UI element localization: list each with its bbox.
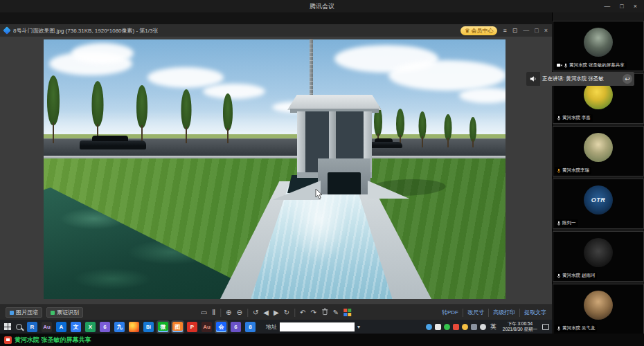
viewer-close-button[interactable]: ×: [544, 27, 548, 34]
notification-center-icon[interactable]: [542, 324, 549, 330]
pause-tool-icon[interactable]: Ⅱ: [212, 309, 215, 316]
taskbar-clock[interactable]: 下午 3:06:54 2021/8/30 星期一: [503, 321, 537, 332]
participant-tile-5[interactable]: 黄河水院 赵雨珂: [553, 231, 644, 282]
more-tools-grid-icon[interactable]: [343, 309, 351, 316]
tray-icon[interactable]: [426, 324, 432, 330]
tray-icon[interactable]: [453, 324, 459, 330]
cloud: [147, 67, 224, 88]
minimize-button[interactable]: —: [604, 3, 610, 10]
avatar: [584, 238, 613, 267]
tray-icon[interactable]: [444, 324, 450, 330]
viewer-toolbar: 图片压缩 票证识别 ▭ Ⅱ ⊕ ⊖ ↺ ◀ ▶ ↻ ↶ ↷: [0, 304, 552, 320]
tray-icon[interactable]: [471, 324, 477, 330]
mic-icon: [557, 326, 561, 331]
taskbar-app-tencent-meeting[interactable]: 会: [216, 322, 226, 332]
taskbar-app-p[interactable]: P: [187, 322, 197, 332]
rendered-image[interactable]: [44, 39, 506, 299]
rotate-right-icon[interactable]: ↻: [284, 309, 289, 316]
viewer-menu-icon[interactable]: ≡: [503, 27, 506, 34]
taskbar-search-icon[interactable]: [16, 324, 22, 330]
next-image-icon[interactable]: ▶: [274, 309, 279, 316]
start-button[interactable]: [4, 323, 11, 330]
participant-name-bar: 黄河水院 张圣敏的屏幕共享: [555, 62, 627, 69]
mast-pole: [310, 39, 313, 100]
taskbar-app-wechat[interactable]: 微: [158, 322, 168, 332]
avatar: OTR: [584, 185, 613, 215]
avatar: [584, 291, 613, 320]
tray-icon[interactable]: [435, 324, 441, 330]
display-tool-icon[interactable]: ▭: [201, 309, 207, 316]
taskbar-app-six[interactable]: 6: [231, 322, 241, 332]
system-tray: 英 下午 3:06:54 2021/8/30 星期一: [426, 321, 549, 332]
car-black-sedan: [80, 140, 146, 149]
participant-name-bar: 黄河水院李瑞: [555, 167, 591, 174]
participant-tile-6[interactable]: 黄河水院 吴弋龙: [553, 284, 644, 334]
gate-opening: [328, 172, 361, 194]
taskbar-app-purple[interactable]: 6: [100, 322, 110, 332]
participant-name-bar: 陈刘一: [555, 219, 578, 227]
ime-indicator[interactable]: 英: [489, 322, 498, 331]
viewer-canvas[interactable]: [0, 37, 552, 304]
undo-icon[interactable]: ↶: [300, 309, 305, 316]
viewer-title: 8号斗门面效果图.jpg (736.31KB, 1920*1080像素) - 第…: [13, 27, 158, 35]
taskbar-app-wps[interactable]: 文: [71, 322, 81, 332]
taskbar-app-jiu[interactable]: 九: [114, 322, 125, 332]
taskbar-app-firefox[interactable]: [129, 322, 139, 332]
participant-name: 黄河水院 吴弋龙: [562, 325, 595, 331]
screen-share-banner: 黄河水院 张圣敏的屏幕共享: [0, 334, 644, 346]
zoom-in-icon[interactable]: ⊕: [226, 309, 231, 316]
screen-share-text: 黄河水院 张圣敏的屏幕共享: [15, 336, 91, 345]
taskbar-app-eight[interactable]: 8: [245, 322, 256, 332]
resize-button[interactable]: 改尺寸: [467, 309, 484, 316]
taskbar-app-audition[interactable]: Au: [42, 322, 52, 332]
advanced-print-button[interactable]: 高级打印: [493, 309, 515, 316]
taskbar-app-r[interactable]: R: [27, 322, 37, 332]
previous-image-icon[interactable]: ◀: [263, 309, 269, 316]
extract-text-button[interactable]: 提取文字: [524, 309, 546, 316]
viewer-minimize-button[interactable]: —: [523, 27, 529, 34]
ticket-ocr-button[interactable]: 票证识别: [46, 307, 83, 318]
taskbar-app-a[interactable]: A: [56, 322, 66, 332]
taskbar-app-image-viewer[interactable]: 图: [172, 322, 183, 332]
participants-sidebar: 黄河水院 张圣敏的屏幕共享 黄河水院 李嘉 黄河水院李瑞 OTR 陈刘一: [552, 12, 644, 334]
tray-icon[interactable]: [462, 324, 468, 330]
mouse-cursor: [315, 189, 323, 202]
address-dropdown-icon[interactable]: ▾: [357, 324, 360, 330]
taskbar-app-au2[interactable]: Au: [202, 322, 212, 332]
participant-tile-1[interactable]: 黄河水院 张圣敏的屏幕共享: [553, 21, 644, 71]
convert-pdf-button[interactable]: 转PDF: [442, 309, 458, 316]
rotate-left-icon[interactable]: ↺: [253, 309, 258, 316]
zoom-out-icon[interactable]: ⊖: [237, 309, 242, 316]
edit-icon[interactable]: ✎: [333, 309, 339, 316]
maximize-button[interactable]: □: [620, 3, 623, 10]
participant-name: 黄河水院 赵雨珂: [562, 273, 595, 279]
redo-icon[interactable]: ↷: [310, 309, 316, 316]
participant-tile-3[interactable]: 黄河水院李瑞: [553, 126, 644, 176]
speaker-icon: [526, 72, 540, 86]
viewer-maximize-button[interactable]: □: [535, 27, 538, 34]
participant-name-bar: 黄河水院 赵雨珂: [555, 272, 597, 280]
participant-tile-4[interactable]: OTR 陈刘一: [553, 179, 644, 229]
camera-icon: [557, 63, 562, 68]
taskbar-app-bl[interactable]: Bl: [143, 322, 154, 332]
participant-name-bar: 黄河水院 吴弋龙: [555, 325, 597, 332]
taskbar-app-excel[interactable]: X: [85, 322, 96, 332]
ocr-icon: [51, 311, 55, 315]
address-input[interactable]: [280, 322, 355, 331]
screen: 腾讯会议 — □ × 8号斗门面效果图.jpg (736.31KB, 1920*…: [0, 0, 644, 346]
mic-icon: [557, 221, 561, 226]
clock-time: 下午 3:06:54: [503, 321, 537, 327]
reply-arrow-button[interactable]: ↩: [623, 74, 632, 84]
compress-image-button[interactable]: 图片压缩: [6, 307, 42, 318]
clock-date: 2021/8/30 星期一: [503, 327, 537, 332]
cloud: [71, 43, 134, 64]
avatar: [584, 28, 613, 57]
volume-icon[interactable]: [480, 324, 486, 330]
speaking-toast: 正在讲话: 黄河水院 张圣敏 ↩: [526, 72, 634, 86]
crown-icon: ♛: [465, 28, 469, 34]
delete-icon[interactable]: [321, 308, 328, 317]
vip-center-button[interactable]: ♛ 会员中心: [460, 26, 497, 35]
mic-icon: [564, 63, 568, 69]
close-button[interactable]: ×: [634, 3, 637, 10]
viewer-fullscreen-icon[interactable]: ⊡: [512, 27, 518, 34]
